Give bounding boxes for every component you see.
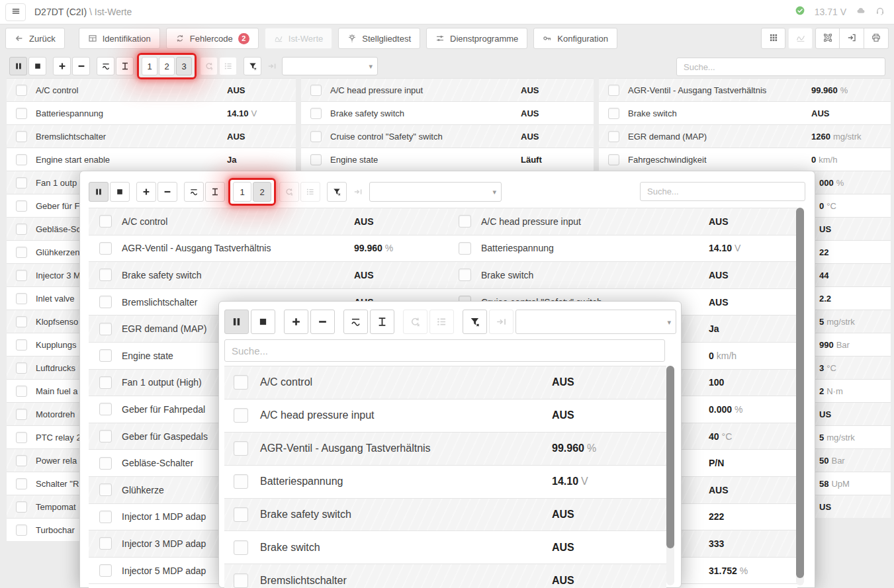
arrowbar-button[interactable] (489, 310, 514, 334)
curve-button[interactable] (788, 28, 813, 49)
wave-button[interactable] (184, 182, 204, 202)
table-row[interactable]: Cruise control "Safety" switchAUS (301, 125, 594, 148)
row-checkbox[interactable] (16, 362, 27, 374)
table-row[interactable]: Batteriespannung14.10V (7, 102, 296, 125)
stop-button[interactable] (110, 182, 130, 202)
table-row[interactable]: Brake safety switchAUS (89, 262, 448, 289)
table-row[interactable]: AGR-Ventil - Ausgang Tastverhältnis99.96… (89, 235, 448, 263)
row-checkbox[interactable] (16, 200, 27, 212)
scrollbar-track[interactable] (666, 366, 674, 585)
row-checkbox[interactable] (608, 131, 619, 142)
table-row[interactable]: AGR-Ventil - Ausgang Tastverhältnis99.96… (224, 433, 666, 466)
table-row[interactable]: Batteriespannung14.10V (448, 235, 797, 263)
row-checkbox[interactable] (16, 177, 27, 189)
plus-button[interactable] (284, 310, 308, 334)
table-row[interactable]: Brake safety switchAUS (224, 499, 666, 532)
row-checkbox[interactable] (608, 108, 619, 119)
tab-dienstprogramme[interactable]: Dienstprogramme (426, 28, 527, 49)
row-checkbox[interactable] (310, 85, 322, 96)
grid-button[interactable] (761, 28, 785, 49)
row-checkbox[interactable] (16, 501, 27, 513)
table-row[interactable]: Engine start enableJa (7, 148, 296, 171)
row-checkbox[interactable] (16, 409, 27, 420)
stop-button[interactable] (251, 310, 275, 334)
row-checkbox[interactable] (459, 269, 471, 281)
table-row[interactable]: A/C controlAUS (7, 79, 296, 102)
pause-button[interactable] (89, 182, 109, 202)
row-checkbox[interactable] (16, 478, 27, 489)
wave-button[interactable] (343, 310, 368, 334)
tab-identifikation[interactable]: Identifikation (79, 28, 160, 49)
row-checkbox[interactable] (16, 316, 27, 327)
zoom-level-1-button[interactable]: 1 (233, 182, 251, 202)
list-button[interactable] (219, 57, 237, 75)
row-checkbox[interactable] (16, 224, 27, 235)
channel-dropdown[interactable]: ▾ (282, 57, 378, 75)
search-input[interactable] (676, 58, 885, 76)
zoom-level-3-button[interactable]: 3 (176, 57, 192, 75)
menu-button[interactable] (5, 3, 26, 21)
headset-icon[interactable] (875, 6, 885, 18)
table-row[interactable]: A/C head pressure inputAUS (301, 79, 594, 102)
refresh-button[interactable] (279, 182, 299, 202)
filter-button[interactable] (244, 57, 261, 75)
row-checkbox[interactable] (234, 573, 248, 588)
refresh-button[interactable] (403, 310, 427, 334)
row-checkbox[interactable] (16, 386, 27, 397)
zoom-level-2-button[interactable]: 2 (159, 57, 175, 75)
wave-button[interactable] (97, 57, 114, 75)
tab-konfiguration[interactable]: Konfiguration (533, 28, 617, 49)
table-row[interactable]: Brake switchAUS (224, 531, 666, 564)
row-checkbox[interactable] (608, 85, 619, 96)
row-checkbox[interactable] (234, 441, 248, 456)
frame-button[interactable] (815, 28, 840, 49)
row-checkbox[interactable] (608, 154, 619, 165)
table-row[interactable]: BremslichtschalterAUS (7, 125, 296, 148)
row-checkbox[interactable] (99, 403, 112, 415)
print-button[interactable] (864, 28, 889, 49)
row-checkbox[interactable] (234, 375, 248, 390)
row-checkbox[interactable] (99, 483, 112, 496)
row-checkbox[interactable] (99, 349, 112, 362)
refresh-button[interactable] (200, 57, 218, 75)
list-button[interactable] (429, 310, 454, 334)
row-checkbox[interactable] (16, 293, 27, 304)
export-button[interactable] (840, 28, 864, 49)
row-checkbox[interactable] (99, 323, 112, 335)
scrollbar-thumb[interactable] (796, 208, 804, 578)
table-row[interactable]: AGR-Ventil - Ausgang Tastverhältnis99.96… (599, 79, 891, 102)
tab-ist-werte[interactable]: Ist-Werte (265, 28, 333, 49)
cloud-icon[interactable] (856, 6, 866, 18)
row-checkbox[interactable] (16, 108, 27, 119)
row-checkbox[interactable] (99, 215, 112, 228)
row-checkbox[interactable] (234, 474, 248, 489)
row-checkbox[interactable] (99, 511, 112, 523)
plus-button[interactable] (136, 182, 156, 202)
table-row[interactable]: Fahrgeschwindigkeit0km/h (599, 148, 891, 171)
ibar-button[interactable] (116, 57, 134, 75)
filter-button[interactable] (463, 310, 487, 334)
minus-button[interactable] (72, 57, 90, 75)
tab-stellgliedtest[interactable]: Stellgliedtest (338, 28, 420, 49)
minus-button[interactable] (310, 310, 335, 334)
tab-fehlercode[interactable]: Fehlercode2 (166, 28, 259, 49)
stop-button[interactable] (28, 57, 46, 75)
channel-dropdown[interactable]: ▾ (515, 310, 676, 334)
minus-button[interactable] (157, 182, 177, 202)
row-checkbox[interactable] (99, 269, 112, 281)
pause-button[interactable] (224, 310, 249, 334)
row-checkbox[interactable] (99, 296, 112, 308)
table-row[interactable]: Batteriespannung14.10V (224, 466, 666, 499)
row-checkbox[interactable] (459, 215, 471, 228)
row-checkbox[interactable] (16, 432, 27, 443)
row-checkbox[interactable] (99, 457, 112, 470)
table-row[interactable]: Brake switchAUS (599, 102, 891, 125)
row-checkbox[interactable] (310, 108, 322, 119)
scrollbar-track[interactable] (796, 208, 804, 585)
table-row[interactable]: A/C head pressure inputAUS (224, 399, 666, 433)
ibar-button[interactable] (205, 182, 225, 202)
row-checkbox[interactable] (234, 408, 248, 423)
plus-button[interactable] (53, 57, 71, 75)
table-row[interactable]: Brake safety switchAUS (301, 102, 594, 125)
row-checkbox[interactable] (99, 537, 112, 550)
